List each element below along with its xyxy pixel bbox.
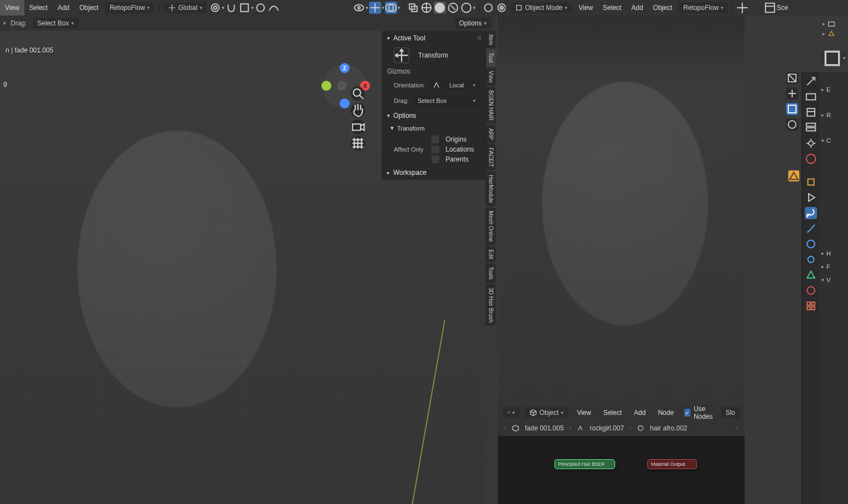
active-tool-header[interactable]: ▾Active Tool ⠿: [382, 31, 486, 45]
options-section-header[interactable]: ▾Options ⠿: [382, 108, 486, 123]
options-dropdown[interactable]: Options▾: [455, 18, 491, 29]
outliner-collection-row[interactable]: ▸: [821, 19, 848, 29]
use-nodes-checkbox[interactable]: Use Nodes: [684, 405, 719, 420]
menu-add-r[interactable]: Add: [626, 0, 648, 15]
modifier-tab-icon[interactable]: [805, 207, 817, 219]
crumb-left-arrow-icon[interactable]: ‹: [504, 425, 506, 431]
property-editor-type-dropdown[interactable]: ▾: [821, 52, 846, 64]
crumb-armature[interactable]: rockgirl.007: [590, 424, 624, 432]
workspace-header[interactable]: ▸Workspace ⠿: [382, 165, 486, 180]
prop-row-h[interactable]: ▸H: [819, 247, 848, 260]
output-tab-icon[interactable]: [805, 106, 817, 118]
axis-neg-z-icon[interactable]: [340, 98, 350, 108]
rv-icon-a[interactable]: [786, 72, 798, 84]
camera-tool-icon[interactable]: [351, 119, 365, 134]
menu-view[interactable]: View: [0, 0, 24, 15]
outliner-object-row[interactable]: ▸: [821, 29, 848, 39]
axis-y-icon[interactable]: [321, 81, 331, 91]
tab-bgen-hair[interactable]: BGEN HAIR: [486, 87, 496, 124]
panel-grip-icon-3[interactable]: ⠿: [477, 35, 482, 41]
tool-tab-icon[interactable]: [805, 75, 817, 87]
prop-row-f[interactable]: ▸F: [819, 260, 848, 273]
shading-render[interactable]: [460, 2, 472, 14]
retopoflow-dropdown[interactable]: RetopoFlow▾: [105, 2, 154, 13]
rv-icon-c[interactable]: [786, 103, 798, 115]
affect-locations-checkbox[interactable]: Locations: [431, 146, 474, 153]
node-data-type-dropdown[interactable]: Object▾: [525, 407, 568, 418]
axis-z-icon[interactable]: Z: [340, 63, 350, 73]
scene-tab-icon[interactable]: [805, 137, 817, 149]
transform-orientation-r[interactable]: [736, 2, 748, 14]
node-editor-type-dropdown[interactable]: ▾: [503, 407, 519, 418]
node-editor-graph[interactable]: Principled Hair BSDF Material Output: [498, 436, 745, 504]
object-tab-icon[interactable]: [805, 176, 817, 188]
crumb-material[interactable]: hair afro.002: [650, 424, 687, 432]
data-tab-icon[interactable]: [805, 269, 817, 281]
proportional-toggle[interactable]: [254, 2, 267, 14]
pan-tool-icon[interactable]: [351, 103, 365, 117]
tab-tool[interactable]: Tool: [486, 49, 496, 66]
texture-tab-icon[interactable]: [805, 300, 817, 312]
crumb-object[interactable]: fade 001.005: [525, 424, 564, 432]
slot-dropdown[interactable]: Slo: [721, 407, 740, 418]
snap-toggle[interactable]: [225, 2, 237, 14]
affect-parents-checkbox[interactable]: Parents: [431, 155, 474, 163]
prop-row-v[interactable]: ▾V: [819, 273, 848, 287]
misc-circle-a[interactable]: [482, 2, 495, 14]
tab-item[interactable]: Item: [486, 31, 496, 48]
tab-mesh-online[interactable]: Mesh Online: [486, 207, 496, 245]
menu-select[interactable]: Select: [24, 0, 53, 15]
crumb-right-arrow-icon[interactable]: ›: [736, 425, 738, 431]
particles-tab-icon[interactable]: [805, 222, 817, 235]
warning-indicator-icon[interactable]: [788, 170, 799, 181]
prop-row-c[interactable]: ▾C: [819, 134, 848, 147]
outliner-editor-icon[interactable]: [764, 2, 776, 14]
tab-faceit[interactable]: FACEIT: [486, 144, 496, 170]
constraint-tab-icon[interactable]: [805, 253, 817, 266]
modifier-play-icon[interactable]: [805, 191, 817, 204]
world-tab-icon[interactable]: [805, 153, 817, 165]
material-tab-icon[interactable]: [805, 284, 817, 297]
visibility-dropdown[interactable]: [353, 2, 365, 14]
menu-object-r[interactable]: Object: [648, 0, 678, 15]
drag-dropdown[interactable]: Select Box▾: [413, 95, 480, 106]
prop-row-r[interactable]: ▸R: [819, 108, 848, 122]
mode-dropdown-right[interactable]: Object Mode▾: [511, 2, 572, 13]
tab-edit[interactable]: Edit: [486, 246, 496, 262]
prop-row-e[interactable]: ▸E: [819, 83, 848, 96]
menu-add[interactable]: Add: [53, 0, 74, 15]
shading-solid[interactable]: [434, 2, 446, 14]
retopoflow-dropdown-r[interactable]: RetopoFlow▾: [679, 2, 728, 13]
axis-neg-icon[interactable]: [337, 81, 347, 91]
perspective-tool-icon[interactable]: [351, 136, 365, 150]
tab-3d-hair-brush[interactable]: 3D Hair Brush: [486, 284, 496, 326]
tab-tools[interactable]: Tools: [486, 263, 496, 283]
orientation-dropdown[interactable]: Local▾: [428, 80, 480, 91]
xray-toggle[interactable]: [407, 2, 419, 14]
gizmo-toggle[interactable]: [369, 2, 381, 14]
affect-origins-checkbox[interactable]: Origins: [431, 136, 474, 143]
snap-type-dropdown[interactable]: [238, 2, 251, 14]
rv-icon-d[interactable]: [786, 118, 798, 131]
menu-object[interactable]: Object: [75, 0, 104, 15]
tab-view[interactable]: View: [486, 67, 496, 86]
zoom-tool-icon[interactable]: [351, 86, 365, 101]
viewport-3d-right[interactable]: [498, 15, 745, 405]
node-menu-node[interactable]: Node: [653, 405, 679, 420]
tab-arp[interactable]: ARP: [486, 125, 496, 143]
rv-icon-b[interactable]: [786, 87, 798, 100]
transform-orientation-dropdown[interactable]: Global▾: [164, 2, 207, 13]
overlays-toggle[interactable]: [385, 2, 397, 14]
transform-subheader[interactable]: ▾Transform: [382, 123, 486, 133]
tab-hairmodule[interactable]: HairModule: [486, 172, 496, 206]
node-menu-add[interactable]: Add: [629, 405, 651, 420]
pivot-point-dropdown[interactable]: [209, 2, 221, 14]
render-tab-icon[interactable]: [805, 91, 817, 103]
proportional-falloff-dropdown[interactable]: [268, 2, 280, 14]
node-principled-hair[interactable]: Principled Hair BSDF: [554, 459, 615, 469]
viewlayer-tab-icon[interactable]: [805, 122, 817, 134]
menu-view-r[interactable]: View: [574, 0, 598, 15]
shading-material[interactable]: [447, 2, 459, 14]
drag-mode-dropdown[interactable]: Select Box▾: [33, 18, 78, 29]
node-menu-select[interactable]: Select: [599, 405, 627, 420]
